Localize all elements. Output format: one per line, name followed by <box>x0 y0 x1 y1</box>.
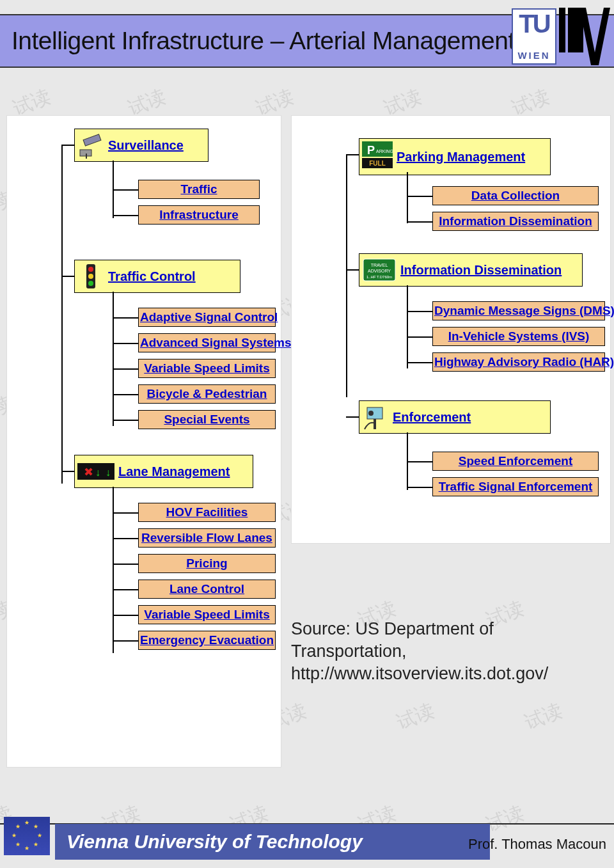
source-line2: http://www.itsoverview.its.dot.gov/ <box>291 663 611 685</box>
lm-child-1[interactable]: Reversible Flow Lanes <box>138 528 276 548</box>
enforcement-link[interactable]: Enforcement <box>393 410 471 425</box>
lm-child-0-link[interactable]: HOV Facilities <box>166 505 248 519</box>
svg-rect-0 <box>559 8 565 52</box>
svg-text:P: P <box>367 144 375 157</box>
footer-author: Prof. Thomas Macoun <box>468 836 606 853</box>
lm-child-0[interactable]: HOV Facilities <box>138 503 276 522</box>
lm-child-2-link[interactable]: Pricing <box>186 556 227 570</box>
source-line1: Source: US Department of Transportation, <box>291 618 611 663</box>
tc-child-2-link[interactable]: Variable Speed Limits <box>144 361 269 375</box>
surv-child-1[interactable]: Infrastructure <box>138 205 260 225</box>
camera-icon <box>77 132 104 159</box>
tc-child-1-link[interactable]: Advanced Signal Systems <box>140 336 292 349</box>
lane-mgmt-link[interactable]: Lane Management <box>118 464 230 479</box>
tc-child-4[interactable]: Special Events <box>138 410 276 429</box>
svg-rect-5 <box>83 134 101 146</box>
lm-child-1-link[interactable]: Reversible Flow Lanes <box>141 531 272 544</box>
inf-child-2-link[interactable]: Highway Advisory Radio (HAR) <box>434 355 614 368</box>
svg-text:↓: ↓ <box>106 467 111 478</box>
parking-header[interactable]: PARKINGFULL Parking Management <box>359 138 551 175</box>
tc-child-0-link[interactable]: Adaptive Signal Control <box>140 310 278 324</box>
tc-child-0[interactable]: Adaptive Signal Control <box>138 308 276 327</box>
logo-group: TU WIEN TUWIEN <box>512 8 610 65</box>
tc-child-3[interactable]: Bicycle & Pedestrian <box>138 384 276 404</box>
inf-child-1[interactable]: In-Vehicle Systems (IVS) <box>432 327 605 346</box>
svg-text:ARKING: ARKING <box>376 149 393 154</box>
source-citation: Source: US Department of Transportation,… <box>291 618 611 685</box>
enf-child-0-link[interactable]: Speed Enforcement <box>459 454 572 468</box>
svg-point-8 <box>88 267 93 272</box>
pk-child-1-link[interactable]: Information Dissemination <box>439 214 592 228</box>
lane-signal-icon: ✖↓↓ <box>77 458 114 485</box>
tu-wien-logo: TU WIEN <box>512 8 556 65</box>
lm-child-3[interactable]: Lane Control <box>138 580 276 599</box>
parking-icon: PARKINGFULL <box>362 141 393 172</box>
enf-child-1[interactable]: Traffic Signal Enforcement <box>432 477 599 496</box>
lm-child-3-link[interactable]: Lane Control <box>169 582 244 596</box>
inf-child-1-link[interactable]: In-Vehicle Systems (IVS) <box>448 329 590 343</box>
inf-child-0-link[interactable]: Dynamic Message Signs (DMS) <box>434 304 614 317</box>
enforcement-camera-icon <box>362 404 389 430</box>
footer-university: Vienna University of Technology <box>55 824 490 860</box>
lm-child-5[interactable]: Emergency Evacuation <box>138 631 276 650</box>
lm-child-4[interactable]: Variable Speed Limits <box>138 605 276 624</box>
info-link[interactable]: Information Dissemination <box>400 263 562 278</box>
surveillance-header[interactable]: Surveillance <box>74 129 209 162</box>
watermark: 试读 <box>393 698 438 736</box>
tc-child-1[interactable]: Advanced Signal Systems <box>138 333 276 352</box>
pk-child-1[interactable]: Information Dissemination <box>432 212 599 231</box>
pk-child-0-link[interactable]: Data Collection <box>471 189 560 202</box>
svg-text:1..HF T.D760m: 1..HF T.D760m <box>366 275 392 279</box>
logo-wien-text: WIEN <box>517 50 550 61</box>
svg-point-25 <box>368 411 374 416</box>
surv-child-0-link[interactable]: Traffic <box>180 182 217 196</box>
inf-child-2[interactable]: Highway Advisory Radio (HAR) <box>432 352 605 372</box>
eu-flag-icon: ★ ★ ★ ★ ★ ★ ★ ★ <box>4 817 50 855</box>
svg-text:✖: ✖ <box>84 466 93 478</box>
lm-child-5-link[interactable]: Emergency Evacuation <box>140 633 274 647</box>
svg-marker-2 <box>579 8 610 65</box>
lm-child-4-link[interactable]: Variable Speed Limits <box>144 608 269 621</box>
parking-link[interactable]: Parking Management <box>397 150 525 164</box>
travel-advisory-sign-icon: TRAVELADVISORY1..HF T.D760m <box>362 256 397 283</box>
left-diagram-panel: Surveillance Traffic Infrastructure Traf… <box>6 115 281 768</box>
svg-text:ADVISORY: ADVISORY <box>368 269 391 273</box>
enf-child-0[interactable]: Speed Enforcement <box>432 452 599 471</box>
logo-tu-text: TU <box>519 12 549 35</box>
watermark: 试读 <box>521 698 566 736</box>
svg-text:↓: ↓ <box>95 467 100 478</box>
tc-child-4-link[interactable]: Special Events <box>164 413 249 426</box>
lane-mgmt-header[interactable]: ✖↓↓ Lane Management <box>74 455 253 488</box>
traffic-control-link[interactable]: Traffic Control <box>108 269 196 284</box>
ivv-logo: TUWIEN <box>559 8 610 65</box>
enforcement-header[interactable]: Enforcement <box>359 400 551 434</box>
lm-child-2[interactable]: Pricing <box>138 554 276 573</box>
info-header[interactable]: TRAVELADVISORY1..HF T.D760m Information … <box>359 253 583 287</box>
inf-child-0[interactable]: Dynamic Message Signs (DMS) <box>432 301 605 320</box>
surv-child-1-link[interactable]: Infrastructure <box>159 208 239 221</box>
traffic-light-icon <box>77 263 104 290</box>
svg-point-10 <box>88 281 93 286</box>
surv-child-0[interactable]: Traffic <box>138 180 260 199</box>
traffic-control-header[interactable]: Traffic Control <box>74 260 240 293</box>
svg-rect-26 <box>374 419 376 429</box>
enf-child-1-link[interactable]: Traffic Signal Enforcement <box>439 480 593 493</box>
tc-child-2[interactable]: Variable Speed Limits <box>138 359 276 378</box>
slide-title: Intelligent Infrastructure – Arterial Ma… <box>0 27 515 55</box>
pk-child-0[interactable]: Data Collection <box>432 186 599 205</box>
svg-text:TRAVEL: TRAVEL <box>371 263 388 267</box>
surveillance-link[interactable]: Surveillance <box>108 138 184 153</box>
svg-text:FULL: FULL <box>369 160 386 167</box>
svg-point-9 <box>88 274 93 279</box>
tc-child-3-link[interactable]: Bicycle & Pedestrian <box>147 387 267 400</box>
right-diagram-panel: PARKINGFULL Parking Management Data Coll… <box>291 115 611 544</box>
